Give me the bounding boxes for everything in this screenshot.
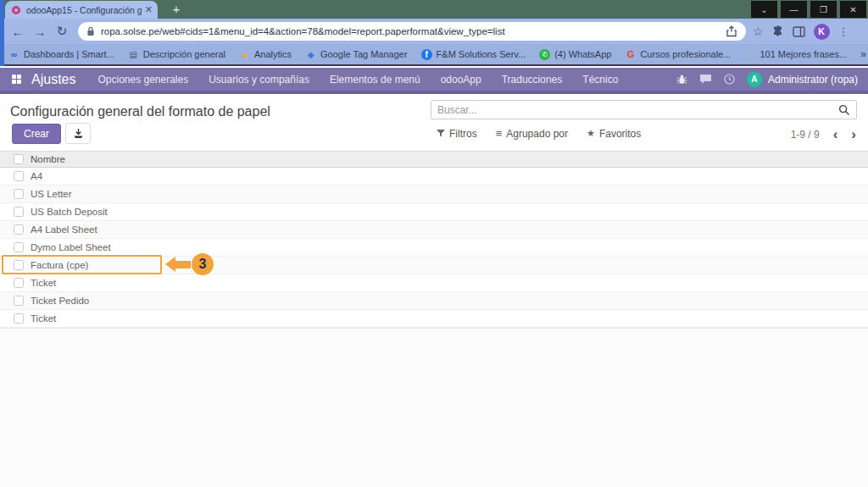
activities-clock-icon[interactable] <box>724 74 735 85</box>
bookmark-dashboards[interactable]: ∞ Dashboards | Smart... <box>8 49 114 60</box>
bookmark-label: Descripción general <box>143 49 225 59</box>
row-checkbox[interactable] <box>14 207 24 217</box>
menu-odooapp[interactable]: odooApp <box>441 74 481 86</box>
row-checkbox[interactable] <box>14 278 24 288</box>
bookmark-label: Dashboards | Smart... <box>24 49 114 59</box>
messages-icon[interactable] <box>699 74 712 85</box>
favorites-button[interactable]: ★ Favoritos <box>587 127 641 140</box>
bookmark-frases[interactable]: ● 101 Mejores frases... <box>744 49 847 60</box>
table-row[interactable]: US Letter <box>0 185 868 203</box>
bookmark-label: Cursos profesionale... <box>640 49 731 59</box>
app-name[interactable]: Ajustes <box>31 72 75 87</box>
menu-opciones-generales[interactable]: Opciones generales <box>97 74 188 86</box>
pager-prev-icon[interactable]: ‹ <box>833 129 838 141</box>
odoo-favicon-icon <box>12 6 20 14</box>
back-icon[interactable]: ← <box>7 25 29 39</box>
row-label: Dymo Label Sheet <box>31 242 111 252</box>
filter-funnel-icon <box>437 130 445 137</box>
row-label: US Letter <box>31 189 72 199</box>
browser-toolbar: ← → ↻ ropa.solse.pe/web#cids=1&menu_id=4… <box>0 19 868 44</box>
filter-bar: Filtros ≡ Agrupado por ★ Favoritos <box>437 127 641 140</box>
window-menu-button[interactable]: ⌄ <box>751 1 777 18</box>
bookmark-label: F&M Solutions Serv... <box>437 49 526 59</box>
search-input[interactable] <box>437 104 838 116</box>
select-all-checkbox[interactable] <box>14 154 24 164</box>
new-tab-button[interactable]: + <box>166 0 186 19</box>
row-checkbox[interactable] <box>14 296 24 306</box>
row-checkbox[interactable] <box>14 189 24 199</box>
user-avatar[interactable]: A <box>747 72 762 87</box>
search-icon[interactable] <box>838 104 850 116</box>
bookmark-tag-manager[interactable]: ◆ Google Tag Manager <box>305 49 408 60</box>
forward-icon[interactable]: → <box>29 25 51 39</box>
menu-elementos-menu[interactable]: Elementos de menú <box>330 74 420 86</box>
row-checkbox[interactable] <box>14 224 24 235</box>
minimize-button[interactable]: — <box>781 1 807 18</box>
table-row[interactable]: Ticket <box>0 274 868 292</box>
bookmark-analytics[interactable]: ▲ Analytics <box>239 49 292 60</box>
bookmark-descripcion-general[interactable]: ▤ Descripción general <box>128 49 225 60</box>
pager-range: 1-9 / 9 <box>791 129 820 141</box>
search-box <box>431 100 857 119</box>
bookmark-label: 101 Mejores frases... <box>760 49 847 59</box>
table-row[interactable]: Dymo Label Sheet <box>0 239 868 257</box>
table-row[interactable]: Ticket <box>0 310 868 328</box>
address-bar[interactable]: ropa.solse.pe/web#cids=1&menu_id=4&actio… <box>78 22 746 41</box>
row-checkbox[interactable] <box>14 171 24 181</box>
menu-tecnico[interactable]: Técnico <box>582 74 618 86</box>
extensions-puzzle-icon[interactable] <box>772 25 784 37</box>
bookmark-cursos[interactable]: G Cursos profesionale... <box>625 49 731 60</box>
close-button[interactable]: ✕ <box>840 1 866 18</box>
table-header: Nombre <box>0 151 868 168</box>
group-by-icon: ≡ <box>496 127 503 140</box>
tab-close-icon[interactable]: ✕ <box>145 4 153 15</box>
pager-next-icon[interactable]: › <box>851 129 856 141</box>
analytics-icon: ▲ <box>239 49 250 60</box>
bookmarks-overflow-icon[interactable]: » <box>860 48 866 60</box>
apps-menu-icon[interactable] <box>12 75 21 84</box>
create-button[interactable]: Crear <box>12 124 61 144</box>
restore-button[interactable]: ❐ <box>810 1 837 18</box>
window-controls: ⌄ — ❐ ✕ <box>751 1 866 18</box>
odoo-navbar: Ajustes Opciones generales Usuarios y co… <box>0 68 868 94</box>
row-label: Ticket <box>31 313 56 324</box>
row-checkbox[interactable] <box>14 313 24 324</box>
debug-bug-icon[interactable] <box>676 75 687 85</box>
chrome-menu-icon[interactable]: ⋮ <box>838 25 849 38</box>
user-name[interactable]: Administrator (ropa) <box>768 74 858 86</box>
browser-tab[interactable]: odooApp15 - Configuración ge ✕ <box>5 1 158 19</box>
list-empty-area <box>0 328 868 487</box>
navbar-right: A Administrator (ropa) <box>676 72 868 87</box>
table-row[interactable]: A4 <box>0 168 868 185</box>
bookmark-star-icon[interactable]: ☆ <box>753 25 764 38</box>
column-header-nombre[interactable]: Nombre <box>31 154 65 164</box>
tab-bar: odooApp15 - Configuración ge ✕ + ⌄ — ❐ ✕ <box>0 0 868 19</box>
google-g-icon: G <box>625 49 636 60</box>
window-edge-accent <box>0 0 4 66</box>
reload-icon[interactable]: ↻ <box>51 24 73 39</box>
share-icon[interactable] <box>726 25 737 37</box>
menu-traducciones[interactable]: Traducciones <box>502 74 563 86</box>
row-label: A4 <box>31 171 42 181</box>
main-content: Configuración general del formato de pap… <box>0 94 868 487</box>
row-checkbox[interactable] <box>14 242 24 252</box>
table-row[interactable]: Ticket Pedido <box>0 292 868 310</box>
infinity-icon: ∞ <box>8 49 19 60</box>
bookmark-whatsapp[interactable]: ✆ (4) WhatsApp <box>539 49 611 60</box>
url-text[interactable]: ropa.solse.pe/web#cids=1&menu_id=4&actio… <box>101 26 726 36</box>
side-panel-icon[interactable] <box>793 26 805 37</box>
filters-button[interactable]: Filtros <box>437 127 477 140</box>
table-row[interactable]: A4 Label Sheet <box>0 221 868 239</box>
bookmark-label: Google Tag Manager <box>320 49 408 59</box>
menu-usuarios-companias[interactable]: Usuarios y compañías <box>209 74 309 86</box>
callout-step-badge: 3 <box>192 253 214 275</box>
chrome-profile-avatar[interactable]: K <box>814 24 830 40</box>
tab-title: odooApp15 - Configuración ge <box>26 5 142 15</box>
monitor-icon: ▤ <box>128 49 139 60</box>
group-by-button[interactable]: ≡ Agrupado por <box>496 127 568 140</box>
whatsapp-icon: ✆ <box>539 49 550 60</box>
table-row[interactable]: US Batch Deposit <box>0 203 868 221</box>
download-icon <box>73 128 84 139</box>
bookmark-fm-solutions[interactable]: f F&M Solutions Serv... <box>421 49 526 60</box>
export-button[interactable] <box>65 123 91 144</box>
